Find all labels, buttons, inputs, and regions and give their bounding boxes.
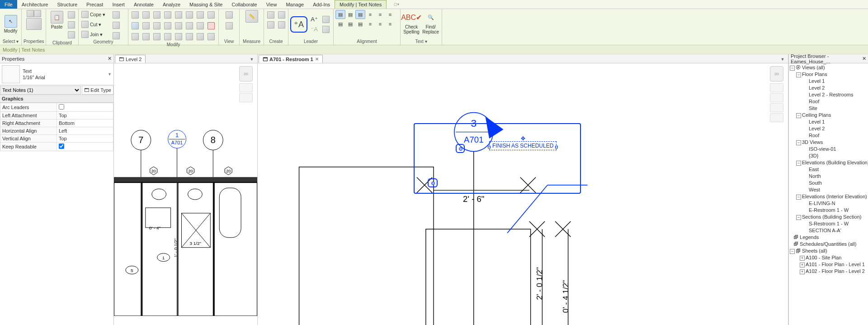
tab-massing-site[interactable]: Massing & Site [185, 0, 227, 9]
prop-row-right-attachment[interactable]: Right AttachmentBottom [0, 119, 113, 127]
align-icon[interactable] [130, 10, 140, 20]
close-view-icon[interactable]: ✕ [315, 57, 319, 62]
browser-item-east[interactable]: East [789, 166, 868, 173]
browser-item-e-living-n[interactable]: E-LIVING-N [789, 200, 868, 207]
leader-arrow-icon[interactable] [321, 14, 331, 24]
align-top-right[interactable]: ▤ [355, 10, 365, 19]
view-tab-a701[interactable]: 🗔A701 - Restroom 1✕ [259, 55, 323, 63]
mod-icon-g[interactable] [195, 32, 205, 42]
mod-icon-b[interactable] [141, 32, 151, 42]
align-top-center[interactable]: ▤ [345, 10, 355, 19]
prop-row-arc-leaders[interactable]: Arc Leaders [0, 103, 113, 112]
arc-leaders-checkbox[interactable] [59, 104, 64, 110]
browser-item-cp-level1[interactable]: Level 1 [789, 119, 868, 125]
leader-line-icon[interactable] [321, 24, 331, 34]
tab-insert[interactable]: Insert [108, 0, 129, 9]
tab-manage[interactable]: Manage [281, 0, 308, 9]
tree-toggle-elev-i[interactable]: − [796, 195, 801, 200]
align-mid-center[interactable]: ▤ [345, 19, 355, 29]
tab-view[interactable]: View [262, 0, 282, 9]
browser-item-iso[interactable]: ISO-view-01 [789, 146, 868, 153]
cut-icon[interactable] [66, 10, 76, 20]
leader-shoulder-grip[interactable] [456, 144, 465, 153]
geom-icon-1[interactable] [111, 10, 121, 20]
view-tab-dropdown-right[interactable]: ▼ [779, 56, 786, 63]
browser-item-s-restroom-1-w[interactable]: S-Restroom 1 - W [789, 220, 868, 227]
tab-file[interactable]: File [0, 0, 17, 9]
mod-icon-c[interactable] [152, 32, 162, 42]
keep-readable-checkbox[interactable] [59, 143, 64, 149]
type-dropdown-icon[interactable]: ▼ [108, 72, 112, 76]
prop-row-vertical-align[interactable]: Vertical AlignTop [0, 135, 113, 143]
tab-analyze[interactable]: Analyze [158, 0, 185, 9]
modify-cursor-icon[interactable]: ↖ [5, 15, 17, 28]
find-replace-button[interactable]: 🔍Find/ Replace [421, 10, 440, 35]
browser-item-cp-roof[interactable]: Roof [789, 132, 868, 139]
browser-item-level2[interactable]: Level 2 [789, 85, 868, 91]
tab-add-ins[interactable]: Add-Ins [308, 0, 335, 9]
mirror-draw-icon[interactable] [163, 10, 173, 20]
align-justify-2[interactable]: ≡ [375, 19, 385, 29]
paste-button[interactable]: 📋Paste [48, 10, 66, 30]
geom-icon-3[interactable] [111, 31, 121, 41]
cut-geom-button[interactable]: Cut ▾ [80, 20, 102, 29]
align-justify-3[interactable]: ≡ [385, 19, 395, 29]
tab-overflow[interactable]: ▢▾ [387, 0, 404, 9]
align-h-right[interactable]: ≡ [385, 10, 395, 19]
tab-collaborate[interactable]: Collaborate [227, 0, 261, 9]
tree-toggle-sheets[interactable]: − [790, 249, 795, 254]
group-text-label[interactable]: Text ▾ [402, 38, 440, 45]
tree-toggle-3dviews[interactable]: − [796, 140, 801, 145]
properties-icon[interactable] [27, 10, 34, 17]
tree-toggle-floorplans[interactable]: − [796, 72, 801, 77]
move-icon[interactable] [130, 21, 140, 31]
mod-icon-a[interactable] [130, 32, 140, 42]
scale-icon[interactable] [195, 10, 205, 20]
view-icon-1[interactable] [224, 10, 234, 20]
browser-tree[interactable]: −⦿ Views (all) −Floor Plans Level 1 Leve… [789, 63, 868, 325]
browser-item-site[interactable]: Site [789, 105, 868, 112]
browser-item-west[interactable]: West [789, 186, 868, 193]
text-note-move-icon[interactable]: ✥ [521, 135, 525, 142]
copy-icon[interactable] [66, 20, 76, 30]
cope-button[interactable]: Cope ▾ [80, 10, 106, 19]
browser-item-cp-level2[interactable]: Level 2 [789, 125, 868, 132]
match-icon[interactable] [66, 30, 76, 40]
offset-icon[interactable] [141, 10, 151, 20]
align-h-center[interactable]: ≡ [375, 10, 385, 19]
remove-leader-icon[interactable]: ⁻A [309, 24, 319, 34]
add-left-leader-icon[interactable]: ⁺A [292, 18, 306, 31]
create-icon-4[interactable] [277, 20, 287, 30]
copy-move-icon[interactable] [152, 21, 162, 31]
trim-multi-icon[interactable] [174, 21, 184, 31]
rotate-icon[interactable] [141, 21, 151, 31]
prop-row-left-attachment[interactable]: Left AttachmentTop [0, 112, 113, 119]
align-justify-1[interactable]: ≡ [365, 19, 375, 29]
text-note[interactable]: ✥ FINISH AS SCHEDULED [489, 141, 557, 150]
group-select-label[interactable]: Select ▾ [2, 38, 19, 45]
tab-precast[interactable]: Precast [82, 0, 108, 9]
browser-item-level2-restrooms[interactable]: Level 2 - Restrooms [789, 91, 868, 98]
align-top-left[interactable]: ▤ [335, 10, 345, 19]
browser-item-north[interactable]: North [789, 173, 868, 180]
add-right-leader-icon[interactable]: A⁺ [309, 14, 319, 24]
unpin-icon[interactable] [195, 21, 205, 31]
split-icon[interactable] [174, 10, 184, 20]
tree-toggle-elev-b[interactable]: − [796, 161, 801, 166]
align-mid-right[interactable]: ▤ [355, 19, 365, 29]
edit-type-button[interactable]: 🗔Edit Type [82, 86, 113, 95]
browser-item-level1[interactable]: Level 1 [789, 78, 868, 85]
browser-item-roof[interactable]: Roof [789, 98, 868, 105]
view-tab-dropdown-left[interactable]: ▼ [248, 56, 255, 63]
trim-single-icon[interactable] [163, 21, 173, 31]
create-icon-3[interactable] [277, 10, 287, 20]
type-selector[interactable]: Text 1/16" Arial ▼ [0, 63, 113, 85]
create-icon-2[interactable] [266, 20, 276, 30]
browser-item-a100[interactable]: +A100 - Site Plan [789, 254, 868, 261]
browser-item-legends[interactable]: 🗊 Legends [789, 234, 868, 241]
check-spelling-button[interactable]: ABC✔Check Spelling [402, 10, 420, 35]
type-properties-icon[interactable] [34, 10, 41, 17]
view-canvas-level2[interactable]: 2D 7 8 1 A701 20 20 20 [114, 63, 257, 325]
pin-icon[interactable] [184, 21, 194, 31]
browser-item-e-restroom-1-w[interactable]: E-Restroom 1 - W [789, 207, 868, 214]
